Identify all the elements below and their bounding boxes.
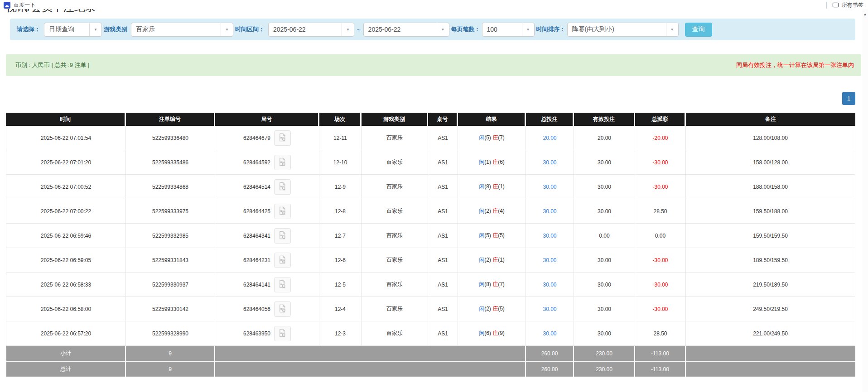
total-bet-link[interactable]: 30.00 [543, 184, 556, 190]
same-round-notice: 同局有效投注，统一计算在该局第一张注单内 [736, 61, 854, 69]
video-file-icon [278, 133, 287, 143]
result-banker-label: 庄 [492, 134, 498, 141]
bookmark-item-baidu[interactable]: 百度一下 [14, 1, 35, 9]
total-bet-link[interactable]: 30.00 [543, 330, 556, 337]
game-type-select[interactable]: 百家乐 ▾ [131, 23, 233, 37]
total-remark [686, 362, 855, 378]
video-replay-button[interactable] [274, 301, 291, 317]
time-range-label: 时间区间： [235, 25, 265, 33]
result-banker-label: 庄 [492, 232, 498, 239]
cell-round-id: 628464679 [215, 126, 319, 150]
cell-valid-bet: 30.00 [574, 150, 635, 175]
summary-bar: 币别 : 人民币 | 总共 :9 注单 | 同局有效投注，统一计算在该局第一张注… [6, 54, 861, 76]
cell-result: 闲(2) 庄(5) [458, 297, 526, 321]
total-bet-link[interactable]: 30.00 [543, 233, 556, 239]
total-bet-link[interactable]: 30.00 [543, 282, 556, 288]
vertical-scrollbar[interactable]: ▲ [862, 9, 868, 392]
cell-payout: -30.00 [635, 248, 686, 272]
sort-order-label: 时间排序 : [536, 25, 564, 33]
video-replay-button[interactable] [274, 228, 291, 244]
column-header: 总派彩 [635, 113, 686, 126]
cell-table-number: AS1 [428, 224, 458, 248]
cell-remark: 188.00/158.00 [686, 175, 855, 199]
total-bet-link[interactable]: 30.00 [543, 159, 556, 166]
video-file-icon [278, 231, 287, 241]
cell-table-number: AS1 [428, 321, 458, 346]
result-banker-value: (7) [498, 134, 505, 141]
round-number: 628464341 [243, 233, 270, 239]
video-replay-button[interactable] [274, 253, 291, 268]
result-player-label: 闲 [479, 134, 484, 141]
cell-game-type: 百家乐 [362, 272, 428, 297]
search-button[interactable]: 查询 [685, 23, 712, 37]
game-type-value: 百家乐 [131, 23, 221, 36]
result-player-label: 闲 [479, 306, 484, 312]
cell-session: 12-6 [319, 248, 362, 272]
cell-table-number: AS1 [428, 272, 458, 297]
cell-table-number: AS1 [428, 175, 458, 199]
result-banker-label: 庄 [492, 159, 498, 165]
video-file-icon [278, 255, 287, 265]
page-1-button[interactable]: 1 [842, 92, 855, 105]
valid-bet-sum: 230.00 [574, 346, 635, 362]
sort-order-select[interactable]: 降幂(由大到小) ▾ [567, 23, 679, 37]
cell-valid-bet: 30.00 [574, 248, 635, 272]
chevron-down-icon: ▾ [342, 23, 354, 36]
cell-total-bet: 30.00 [526, 150, 574, 175]
cell-result: 闲(8) 庄(1) [458, 175, 526, 199]
cell-time: 2025-06-22 07:01:20 [6, 150, 126, 175]
cell-remark: 249.50/219.50 [686, 297, 855, 321]
result-player-label: 闲 [479, 232, 484, 239]
cell-session: 12-9 [319, 175, 362, 199]
page-size-select[interactable]: 100 ▾ [482, 23, 535, 37]
table-body: 2025-06-22 07:01:54522599336480628464679… [6, 126, 855, 378]
chevron-down-icon: ▾ [89, 23, 101, 36]
result-player-label: 闲 [479, 183, 484, 190]
result-banker-value: (1) [498, 257, 505, 263]
video-replay-button[interactable] [274, 326, 291, 341]
cell-remark: 159.50/159.50 [686, 224, 855, 248]
cell-table-number: AS1 [428, 150, 458, 175]
query-type-value: 日期查询 [44, 23, 89, 36]
scroll-up-arrow-icon[interactable]: ▲ [862, 9, 868, 16]
total-bet-link[interactable]: 20.00 [543, 135, 556, 141]
result-player-value: (6) [484, 330, 492, 336]
cell-total-bet: 30.00 [526, 248, 574, 272]
total-bet-link[interactable]: 30.00 [543, 306, 556, 312]
cell-result: 闲(2) 庄(4) [458, 199, 526, 224]
video-replay-button[interactable] [274, 179, 291, 195]
round-number: 628464141 [243, 282, 270, 288]
total-bet-link[interactable]: 30.00 [543, 208, 556, 215]
video-file-icon [278, 206, 287, 216]
video-replay-button[interactable] [274, 277, 291, 292]
date-to-select[interactable]: 2025-06-22 ▾ [363, 23, 449, 37]
cell-round-id: 628464056 [215, 297, 319, 321]
cell-session: 12-10 [319, 150, 362, 175]
cell-time: 2025-06-22 07:00:52 [6, 175, 126, 199]
table-header-row: 时间注单编号局号场次游戏类别桌号结果总投注有效投注总派彩备注 [6, 113, 855, 126]
site-favicon-image-icon[interactable] [4, 2, 10, 9]
video-replay-button[interactable] [274, 130, 291, 146]
cell-remark: 189.50/159.50 [686, 248, 855, 272]
video-replay-button[interactable] [274, 204, 291, 219]
cell-time: 2025-06-22 06:58:33 [6, 272, 126, 297]
table-row: 2025-06-22 06:58:00522599330142628464056… [6, 297, 855, 321]
table-row: 2025-06-22 06:59:05522599331843628464231… [6, 248, 855, 272]
cell-game-type: 百家乐 [362, 126, 428, 150]
cell-bet-id: 522599331843 [126, 248, 215, 272]
video-replay-button[interactable] [274, 155, 291, 170]
all-bookmarks-button[interactable]: 所有书签 [842, 1, 863, 9]
date-from-select[interactable]: 2025-06-22 ▾ [268, 23, 354, 37]
cell-valid-bet: 20.00 [574, 126, 635, 150]
cell-total-bet: 30.00 [526, 175, 574, 199]
query-type-select[interactable]: 日期查询 ▾ [44, 23, 102, 37]
cell-round-id: 628464592 [215, 150, 319, 175]
result-banker-label: 庄 [492, 281, 498, 287]
cell-bet-id: 522599333975 [126, 199, 215, 224]
column-header: 场次 [319, 113, 362, 126]
cell-session: 12-8 [319, 199, 362, 224]
total-bet-link[interactable]: 30.00 [543, 257, 556, 263]
cell-remark: 159.50/188.00 [686, 199, 855, 224]
table-row: 2025-06-22 06:59:46522599332985628464341… [6, 224, 855, 248]
result-player-value: (8) [484, 281, 492, 287]
